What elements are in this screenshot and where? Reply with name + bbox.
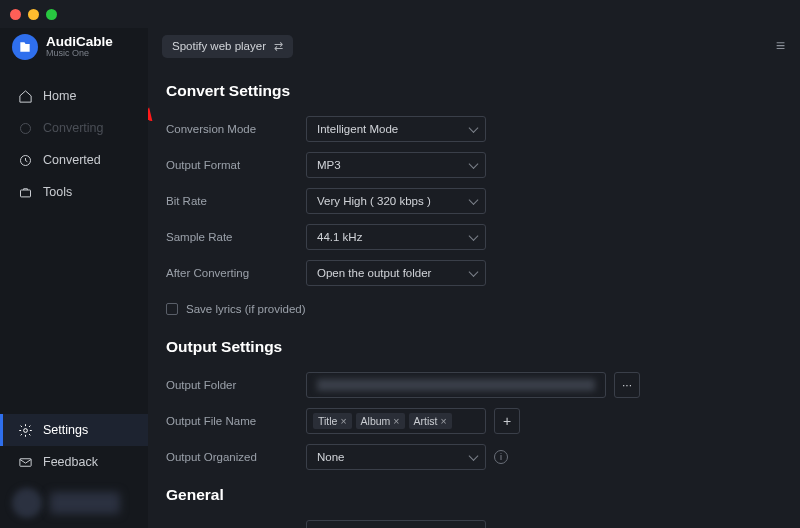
- sidebar-item-feedback[interactable]: Feedback: [0, 446, 148, 478]
- window-close-button[interactable]: [10, 9, 21, 20]
- sidebar-item-label: Settings: [43, 423, 88, 437]
- svg-point-0: [20, 123, 30, 133]
- sidebar-nav: Home Converting Converted Tools: [0, 80, 148, 208]
- settings-content: Convert Settings Conversion Mode Intelli…: [148, 64, 800, 528]
- main-area: Spotify web player ⇄ ≡ Convert Settings: [148, 28, 800, 528]
- select-after-converting[interactable]: Open the output folder: [306, 260, 486, 286]
- sidebar: AudiCable Music One Home Converting Conv…: [0, 28, 148, 528]
- window-minimize-button[interactable]: [28, 9, 39, 20]
- user-name-redacted: [50, 492, 120, 514]
- filename-tags-field[interactable]: Title× Album× Artist×: [306, 408, 486, 434]
- label-sample-rate: Sample Rate: [166, 231, 306, 243]
- label-output-format: Output Format: [166, 159, 306, 171]
- sidebar-item-converted[interactable]: Converted: [0, 144, 148, 176]
- source-label: Spotify web player: [172, 40, 266, 52]
- remove-tag-icon[interactable]: ×: [340, 415, 346, 427]
- label-output-folder: Output Folder: [166, 379, 306, 391]
- section-title-convert: Convert Settings: [166, 82, 782, 100]
- sidebar-item-label: Feedback: [43, 455, 98, 469]
- sidebar-user[interactable]: [0, 478, 148, 528]
- sidebar-item-settings[interactable]: Settings: [0, 414, 148, 446]
- section-title-output: Output Settings: [166, 338, 782, 356]
- section-title-general: General: [166, 486, 782, 504]
- label-after-converting: After Converting: [166, 267, 306, 279]
- tag-album: Album×: [356, 413, 405, 429]
- browse-folder-button[interactable]: ···: [614, 372, 640, 398]
- label-output-filename: Output File Name: [166, 415, 306, 427]
- svg-rect-2: [20, 190, 30, 197]
- label-save-lyrics: Save lyrics (if provided): [186, 303, 306, 315]
- label-bit-rate: Bit Rate: [166, 195, 306, 207]
- topbar: Spotify web player ⇄ ≡: [148, 28, 800, 64]
- sidebar-item-label: Converting: [43, 121, 103, 135]
- add-tag-button[interactable]: +: [494, 408, 520, 434]
- sidebar-bottom-nav: Settings Feedback: [0, 414, 148, 478]
- mail-icon: [17, 454, 33, 470]
- output-folder-field[interactable]: [306, 372, 606, 398]
- label-output-organized: Output Organized: [166, 451, 306, 463]
- brand-subtitle: Music One: [46, 49, 113, 59]
- menu-icon[interactable]: ≡: [776, 37, 786, 55]
- info-icon[interactable]: i: [494, 450, 508, 464]
- sidebar-item-converting[interactable]: Converting: [0, 112, 148, 144]
- converting-icon: [17, 120, 33, 136]
- select-output-format[interactable]: MP3: [306, 152, 486, 178]
- swap-icon: ⇄: [274, 40, 283, 53]
- sidebar-item-label: Home: [43, 89, 76, 103]
- tag-artist: Artist×: [409, 413, 452, 429]
- brand-name: AudiCable: [46, 35, 113, 50]
- select-bit-rate[interactable]: Very High ( 320 kbps ): [306, 188, 486, 214]
- select-sample-rate[interactable]: 44.1 kHz: [306, 224, 486, 250]
- source-switcher[interactable]: Spotify web player ⇄: [162, 35, 293, 58]
- svg-point-3: [23, 428, 27, 432]
- brand: AudiCable Music One: [0, 30, 148, 74]
- brand-logo-icon: [12, 34, 38, 60]
- clock-icon: [17, 152, 33, 168]
- window-zoom-button[interactable]: [46, 9, 57, 20]
- sidebar-item-label: Tools: [43, 185, 72, 199]
- sidebar-item-label: Converted: [43, 153, 101, 167]
- toolbox-icon: [17, 184, 33, 200]
- gear-icon: [17, 422, 33, 438]
- avatar: [12, 488, 42, 518]
- svg-rect-4: [19, 458, 30, 466]
- sidebar-item-home[interactable]: Home: [0, 80, 148, 112]
- label-conversion-mode: Conversion Mode: [166, 123, 306, 135]
- app-body: AudiCable Music One Home Converting Conv…: [0, 28, 800, 528]
- remove-tag-icon[interactable]: ×: [393, 415, 399, 427]
- select-appearance[interactable]: Dark: [306, 520, 486, 528]
- select-conversion-mode[interactable]: Intelligent Mode: [306, 116, 486, 142]
- app-window: AudiCable Music One Home Converting Conv…: [0, 0, 800, 528]
- select-output-organized[interactable]: None: [306, 444, 486, 470]
- remove-tag-icon[interactable]: ×: [440, 415, 446, 427]
- checkbox-save-lyrics[interactable]: [166, 303, 178, 315]
- output-folder-redacted: [317, 379, 595, 391]
- home-icon: [17, 88, 33, 104]
- titlebar: [0, 0, 800, 28]
- tag-title: Title×: [313, 413, 352, 429]
- sidebar-item-tools[interactable]: Tools: [0, 176, 148, 208]
